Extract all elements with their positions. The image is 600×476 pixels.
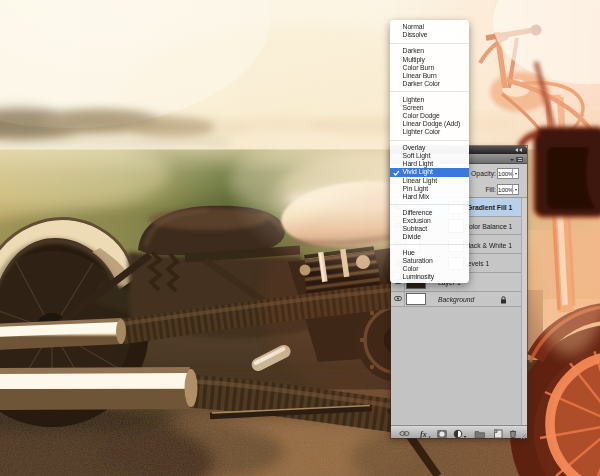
- svg-text:fx: fx: [420, 429, 427, 438]
